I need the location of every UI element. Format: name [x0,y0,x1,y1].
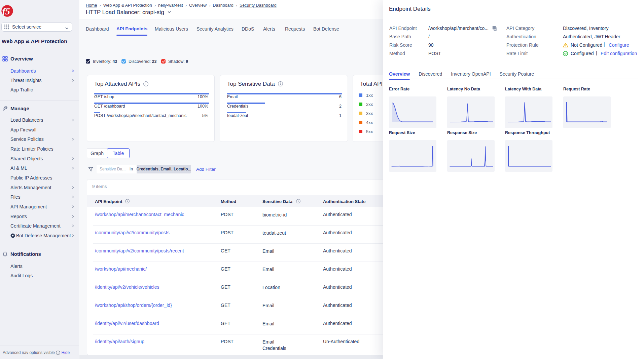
svg-text:f5: f5 [2,6,10,16]
